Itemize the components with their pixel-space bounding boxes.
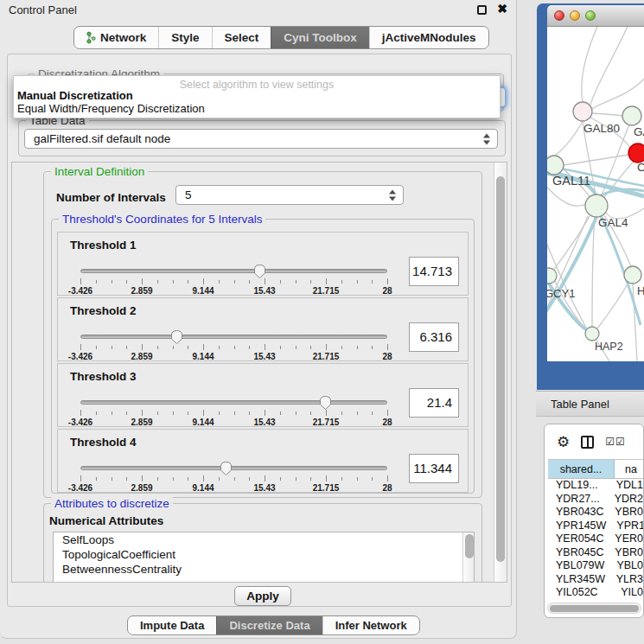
threshold-value-box[interactable]: 11.344 (409, 454, 459, 483)
split-columns-icon[interactable] (581, 436, 594, 449)
network-node[interactable] (547, 156, 564, 175)
tab-infer-network[interactable]: Infer Network (322, 616, 419, 634)
tab-discretize-data[interactable]: Discretize Data (216, 616, 322, 634)
column-header-name[interactable]: na (615, 460, 643, 478)
numerical-attributes-list[interactable]: SelfLoopsTopologicalCoefficientBetweenne… (53, 532, 475, 583)
slider-tick-labels: -3.4262.8599.14415.4321.71528 (80, 286, 387, 296)
slider-thumb[interactable] (220, 461, 233, 476)
network-node[interactable] (624, 266, 641, 284)
threshold-slider[interactable]: -3.4262.8599.14415.4321.71528 (80, 264, 390, 296)
threshold-value-box[interactable]: 21.4 (409, 388, 459, 418)
network-graph: GAL80GACGAL11GAL4GCY1HHAP2 (547, 27, 644, 361)
tab-network[interactable]: Network (74, 27, 158, 48)
combo-arrows-icon (483, 133, 491, 144)
minimize-traffic-light-icon[interactable] (570, 10, 580, 21)
table-panel-header: Table Panel (536, 391, 644, 417)
panel-title: Control Panel (9, 3, 77, 16)
tab-select[interactable]: Select (212, 27, 271, 48)
network-nodes[interactable]: GAL80GACGAL11GAL4GCY1HHAP2 (547, 102, 644, 353)
close-panel-icon[interactable]: ✖ (497, 2, 507, 16)
control-panel-titlebar: Control Panel ✖ (0, 0, 516, 19)
network-node[interactable] (628, 143, 644, 163)
float-panel-icon[interactable] (477, 5, 487, 15)
table-row[interactable]: YLR345WYLR3 (548, 573, 643, 587)
threshold-slider[interactable]: -3.4262.8599.14415.4321.71528 (80, 395, 390, 428)
node-attribute-table: shared... na YDL19...YDL1YDR27...YDR2YBR… (548, 459, 643, 617)
slider-thumb[interactable] (170, 329, 183, 345)
algorithm-dropdown-popup: Select algorithm to view settings Manual… (13, 75, 501, 118)
table-panel-card: ⚙ ☑☑ shared... na YDL19...YDL1YDR27...YD… (544, 424, 644, 618)
threshold-label: Threshold 4 (70, 436, 137, 449)
network-node[interactable] (622, 106, 641, 125)
node-label: C (637, 161, 644, 174)
slider-track[interactable] (80, 466, 387, 470)
node-label: GA (634, 125, 644, 138)
scrollbar-thumb[interactable] (550, 605, 639, 612)
threshold-slider[interactable]: -3.4262.8599.14415.4321.71528 (80, 329, 390, 362)
table-row[interactable]: YDL19...YDL1 (548, 479, 643, 493)
table-panel-title: Table Panel (551, 398, 609, 411)
network-node[interactable] (585, 327, 599, 341)
control-panel-window: Control Panel ✖ NetworkStyleSelectCyni T… (0, 0, 517, 639)
slider-thumb[interactable] (253, 264, 266, 279)
network-node[interactable] (573, 102, 592, 121)
threshold-box: Threshold 3-3.4262.8599.14415.4321.71528… (57, 363, 469, 427)
dropdown-option-manual[interactable]: Manual Discretization (14, 89, 500, 102)
tab-jactivemnodules[interactable]: jActiveMNodules (369, 27, 488, 48)
threshold-box: Threshold 2-3.4262.8599.14415.4321.71528… (57, 297, 469, 361)
table-row[interactable]: YBR043CYBR0 (548, 506, 643, 520)
network-node[interactable] (585, 194, 608, 217)
threshold-box: Threshold 1-3.4262.8599.14415.4321.71528… (57, 232, 469, 296)
scrollbar-thumb[interactable] (465, 534, 474, 558)
table-row[interactable]: YER054CYER0 (548, 532, 643, 546)
attributes-list-scrollbar[interactable] (462, 532, 474, 583)
table-row[interactable]: YPR145WYPR1 (548, 520, 643, 533)
attributes-group-title: Attributes to discretize (51, 497, 173, 510)
table-row[interactable]: YIL052CYIL0 (548, 586, 643, 600)
apply-button[interactable]: Apply (234, 586, 291, 606)
network-window-titlebar[interactable] (547, 5, 644, 27)
slider-track[interactable] (80, 269, 387, 273)
slider-ticks (80, 278, 387, 285)
thresholds-group: Threshold's Coordinates for 5 Intervals … (51, 219, 475, 494)
checkbox-icons[interactable]: ☑☑ (605, 436, 626, 448)
settings-vertical-scrollbar[interactable] (494, 163, 507, 582)
table-row[interactable]: YBR045CYBR0 (548, 546, 643, 560)
slider-thumb[interactable] (319, 395, 332, 411)
table-horizontal-scrollbar[interactable] (547, 603, 641, 614)
slider-tick-labels: -3.4262.8599.14415.4321.71528 (80, 418, 387, 428)
slider-tick-labels: -3.4262.8599.14415.4321.71528 (80, 483, 387, 494)
node-label: H (637, 284, 644, 297)
table-row[interactable]: YDR27...YDR2 (548, 493, 643, 507)
slider-track[interactable] (80, 335, 387, 339)
network-canvas[interactable]: GAL80GACGAL11GAL4GCY1HHAP2 (547, 27, 644, 361)
slider-track[interactable] (80, 400, 387, 405)
tab-impute-data[interactable]: Impute Data (128, 616, 216, 634)
node-label: GAL4 (598, 216, 628, 229)
threshold-value-box[interactable]: 14.713 (409, 257, 459, 286)
dropdown-option-equal-width[interactable]: Equal Width/Frequency Discretization (14, 102, 500, 115)
attribute-list-item[interactable]: BetweennessCentrality (54, 563, 474, 577)
attributes-group: Attributes to discretize Numerical Attri… (43, 503, 482, 583)
tab-style[interactable]: Style (158, 27, 211, 48)
threshold-value-box[interactable]: 6.316 (409, 322, 459, 352)
threshold-label: Threshold 3 (70, 370, 137, 383)
control-panel-tabbar: NetworkStyleSelectCyni ToolboxjActiveMNo… (73, 26, 489, 49)
zoom-traffic-light-icon[interactable] (585, 10, 596, 21)
network-view-window: GAL80GACGAL11GAL4GCY1HHAP2 (537, 3, 644, 390)
column-header-shared-name[interactable]: shared... (548, 460, 615, 478)
number-of-intervals-spinner[interactable]: 5 (175, 185, 404, 205)
scrollbar-thumb[interactable] (496, 176, 505, 562)
table-data-combobox[interactable]: galFiltered.sif default node (24, 129, 498, 149)
tab-cyni-toolbox[interactable]: Cyni Toolbox (271, 27, 369, 48)
attribute-list-item[interactable]: SelfLoops (54, 533, 474, 547)
number-of-intervals-label: Number of Intervals (56, 191, 166, 204)
threshold-slider[interactable]: -3.4262.8599.14415.4321.71528 (80, 461, 390, 494)
close-traffic-light-icon[interactable] (554, 10, 564, 21)
slider-tick-labels: -3.4262.8599.14415.4321.71528 (80, 352, 387, 362)
attribute-list-item[interactable]: TopologicalCoefficient (54, 548, 474, 562)
gear-icon[interactable]: ⚙ (557, 435, 570, 450)
interval-definition-group: Interval Definition Number of Intervals … (43, 171, 482, 498)
node-label: GCY1 (547, 287, 575, 300)
table-row[interactable]: YBL079WYBL0 (548, 559, 643, 573)
